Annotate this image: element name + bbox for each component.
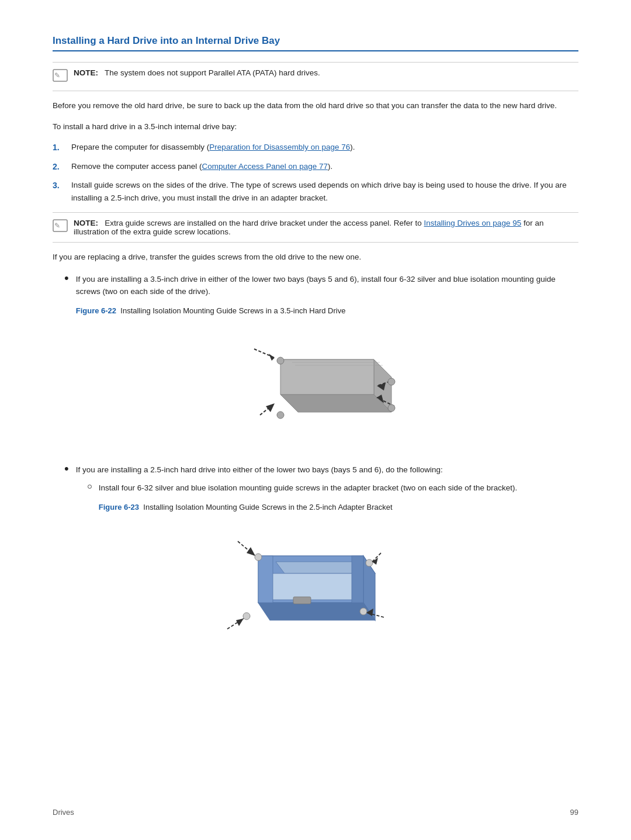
link-access-panel[interactable]: Computer Access Panel on page 77: [202, 162, 328, 171]
step-3: 3. Install guide screws on the sides of …: [53, 179, 578, 204]
svg-point-18: [277, 357, 284, 364]
svg-rect-28: [258, 556, 273, 603]
svg-point-40: [243, 613, 250, 620]
para-backup: Before you remove the old hard drive, be…: [53, 99, 578, 112]
bullet-list: • If you are installing a 3.5-inch drive…: [53, 273, 578, 675]
svg-rect-29: [352, 556, 363, 603]
step-num-2: 2.: [53, 160, 71, 173]
bullet-dot-1: •: [64, 272, 69, 285]
note-block-2: ✎ NOTE: Extra guide screws are installed…: [53, 212, 578, 243]
sub-bullet-list: Install four 6-32 silver and blue isolat…: [88, 482, 518, 669]
note-text-2: NOTE: Extra guide screws are installed o…: [74, 219, 578, 236]
svg-text:✎: ✎: [54, 71, 60, 79]
bullet-2-text: If you are installing a 2.5-inch hard dr…: [76, 465, 443, 474]
figure-6-23: [99, 521, 518, 655]
arrow-bl: [260, 403, 275, 415]
step-2: 2. Remove the computer access panel (Com…: [53, 160, 578, 173]
figure-6-23-caption: Figure 6-23 Installing Isolation Mountin…: [99, 502, 518, 514]
svg-marker-25: [258, 603, 375, 620]
note-block-1: ✎ NOTE: The system does not support Para…: [53, 62, 578, 91]
step-list: 1. Prepare the computer for disassembly …: [53, 141, 578, 204]
svg-point-37: [360, 608, 367, 615]
svg-marker-42: [236, 618, 244, 626]
link-disassembly[interactable]: Preparation for Disassembly on page 76: [209, 143, 350, 151]
arrow-tl: [254, 349, 275, 361]
bullet-item-1: • If you are installing a 3.5-inch drive…: [53, 273, 578, 455]
step-2-text: Remove the computer access panel (Comput…: [71, 160, 332, 173]
svg-rect-30: [293, 597, 311, 604]
svg-point-31: [366, 559, 373, 566]
bullet-dot-2: •: [64, 462, 69, 475]
circle-dot-1: [88, 485, 92, 489]
figure-6-22: [76, 324, 578, 441]
step-num-3: 3.: [53, 179, 71, 192]
svg-marker-36: [247, 547, 255, 556]
svg-marker-6: [280, 359, 374, 395]
step-num-1: 1.: [53, 141, 71, 154]
link-installing-drives[interactable]: Installing Drives on page 95: [424, 219, 522, 227]
sub-bullet-1-content: Install four 6-32 silver and blue isolat…: [99, 482, 518, 669]
if-replacing-text: If you are replacing a drive, transfer t…: [53, 251, 578, 264]
svg-point-20: [388, 405, 395, 412]
note-label-2: NOTE:: [74, 219, 98, 227]
bullet-1-content: If you are installing a 3.5-inch drive i…: [76, 273, 578, 455]
svg-point-21: [277, 412, 284, 419]
note-icon-1: ✎: [53, 69, 68, 85]
note-content-1: The system does not support Parallel ATA…: [105, 68, 320, 77]
svg-marker-11: [269, 354, 275, 361]
svg-marker-26: [276, 562, 360, 573]
step-3-text: Install guide screws on the sides of the…: [71, 179, 578, 204]
note-text-1: NOTE: The system does not support Parall…: [74, 68, 320, 77]
note-label-1: NOTE:: [74, 68, 98, 77]
footer: Drives 99: [53, 808, 578, 817]
footer-left: Drives: [53, 808, 74, 817]
svg-text:✎: ✎: [54, 222, 60, 230]
sub-bullet-1-text: Install four 6-32 silver and blue isolat…: [99, 483, 518, 492]
sub-bullet-1: Install four 6-32 silver and blue isolat…: [88, 482, 518, 669]
para-intro: To install a hard drive in a 3.5-inch in…: [53, 120, 578, 133]
figure-6-22-caption: Figure 6-22 Installing Isolation Mountin…: [76, 305, 578, 317]
footer-right: 99: [570, 808, 578, 817]
svg-marker-7: [280, 395, 391, 412]
bullet-item-2: • If you are installing a 2.5-inch hard …: [53, 464, 578, 675]
page-title: Installing a Hard Drive into an Internal…: [53, 35, 578, 51]
step-1-text: Prepare the computer for disassembly (Pr…: [71, 141, 355, 154]
svg-point-34: [255, 554, 262, 561]
svg-point-19: [388, 378, 395, 385]
note-content-2-before: Extra guide screws are installed on the …: [105, 219, 424, 227]
svg-marker-17: [266, 403, 275, 412]
bullet-1-text: If you are installing a 3.5-inch drive i…: [76, 275, 556, 296]
step-1: 1. Prepare the computer for disassembly …: [53, 141, 578, 154]
note-icon-2: ✎: [53, 219, 68, 235]
svg-marker-33: [372, 558, 378, 565]
bullet-2-content: If you are installing a 2.5-inch hard dr…: [76, 464, 518, 675]
svg-rect-27: [270, 573, 360, 600]
